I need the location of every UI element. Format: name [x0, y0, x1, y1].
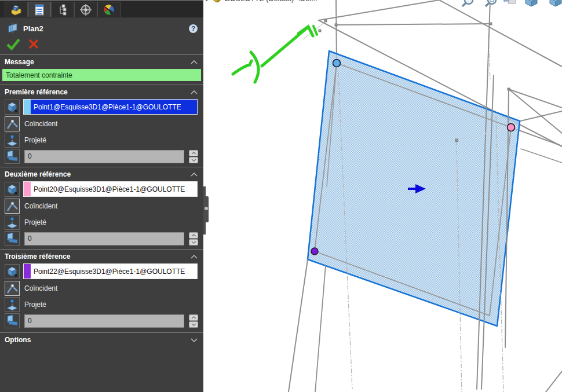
first-angle-input[interactable]: 0 [24, 150, 184, 163]
spinner-down-button[interactable] [189, 239, 198, 246]
third-angle-row: 0 [0, 313, 203, 329]
section-view-icon[interactable] [523, 0, 539, 10]
dimxpertmanager-tab-icon [79, 3, 92, 16]
flyout-tree-label: GOULOTTE (Default) <Def... [224, 0, 318, 3]
annotation-arc [251, 52, 258, 82]
splitter-dot [205, 207, 208, 210]
chevron-up-icon [191, 234, 196, 237]
solidworks-window: Plan2 ? Message Totalement contrainte Pr… [0, 0, 562, 392]
graphics-viewport[interactable]: GOULOTTE (Default) <Def... [203, 0, 562, 392]
face-select-icon [5, 100, 20, 115]
second-angle-input[interactable]: 0 [24, 232, 184, 246]
projected-button[interactable] [5, 215, 20, 230]
tab-configurationmanager[interactable] [51, 2, 74, 17]
tab-featuremanager[interactable] [5, 2, 28, 17]
reference-point-pink[interactable] [508, 124, 515, 131]
second-reference-selection[interactable]: Point20@Esquisse3D1@Pièce1-1@GOULOTTE [31, 182, 197, 196]
assembly-icon [213, 0, 221, 3]
section-header-first-reference[interactable]: Première référence [0, 85, 203, 98]
projected-label: Projeté [24, 136, 46, 144]
section-header-options[interactable]: Options [0, 333, 203, 346]
face-select-icon [5, 264, 20, 279]
cancel-button[interactable] [28, 38, 39, 50]
coincident-button[interactable] [5, 199, 20, 214]
projected-point-icon [5, 133, 19, 147]
spinner-down-button[interactable] [189, 321, 198, 328]
coincident-label: Coïncident [24, 202, 57, 210]
angle-plane-icon [5, 231, 20, 246]
second-reference-color-stripe [24, 182, 31, 196]
reference-point-purple[interactable] [311, 248, 318, 255]
first-reference-selection[interactable]: Point1@Esquisse3D1@Pièce1-1@GOULOTTE [31, 100, 197, 114]
coincident-button[interactable] [5, 116, 20, 131]
spinner-up-button[interactable] [189, 232, 198, 239]
spinner-up-button[interactable] [189, 150, 198, 156]
flyout-tree-item[interactable]: GOULOTTE (Default) <Def... [205, 0, 318, 3]
green-annotation [233, 26, 317, 82]
projected-point-icon [5, 298, 19, 312]
face-select-icon [5, 182, 20, 197]
panel-splitter-handle[interactable] [203, 196, 209, 222]
tab-dimxpertmanager[interactable] [74, 2, 97, 17]
page-title: Plan2 [23, 24, 184, 33]
view-orientation-icon[interactable] [549, 0, 562, 10]
chevron-up-icon [191, 173, 198, 177]
feature-title-row: Plan2 ? [0, 17, 203, 36]
spinner-up-button[interactable] [189, 314, 198, 321]
second-projected-row: Projeté [0, 214, 203, 230]
coincident-label: Coïncident [24, 120, 57, 128]
second-reference-row: Point20@Esquisse3D1@Pièce1-1@GOULOTTE [0, 180, 203, 198]
manager-tabbar [0, 0, 203, 17]
coincident-label: Coïncident [24, 284, 57, 292]
help-icon[interactable]: ? [189, 24, 198, 33]
angle-plane-icon [5, 149, 20, 164]
projected-label: Projeté [24, 218, 46, 226]
chevron-down-icon [191, 338, 198, 342]
zoom-to-area-icon[interactable] [484, 0, 499, 10]
first-coincident-row: Coïncident [0, 116, 203, 132]
chevron-up-icon [191, 316, 196, 319]
chevron-down-icon [191, 323, 196, 326]
chevron-up-icon [191, 60, 198, 64]
chevron-up-icon [191, 255, 198, 259]
featuremanager-tab-icon [10, 3, 23, 16]
third-reference-selection[interactable]: Point22@Esquisse3D1@Pièce1-1@GOULOTTE [31, 264, 197, 279]
sketch-point-marker[interactable] [455, 139, 458, 142]
section-header-message[interactable]: Message [0, 55, 203, 68]
first-angle-row: 0 [0, 148, 203, 164]
third-projected-row: Projeté [0, 296, 203, 313]
displaymanager-tab-icon [103, 3, 115, 16]
previous-view-icon[interactable] [503, 0, 519, 10]
first-reference-row: Point1@Esquisse3D1@Pièce1-1@GOULOTTE [0, 98, 203, 116]
splitter-edge [203, 222, 206, 235]
second-angle-spinner [189, 232, 198, 246]
model-scene [203, 0, 562, 392]
first-projected-row: Projeté [0, 132, 203, 148]
chevron-up-icon [191, 90, 198, 94]
coincident-button[interactable] [5, 281, 20, 296]
second-coincident-row: Coïncident [0, 198, 203, 214]
reference-point-blue[interactable] [333, 60, 341, 67]
section-header-third-reference[interactable]: Troisième référence [0, 250, 203, 262]
chevron-up-icon [191, 152, 196, 155]
tab-propertymanager[interactable] [28, 2, 51, 17]
spinner-down-button[interactable] [189, 157, 198, 163]
property-manager-panel: Plan2 ? Message Totalement contrainte Pr… [0, 0, 203, 392]
tree-expand-icon[interactable] [205, 0, 210, 2]
second-reference-selection-box[interactable]: Point20@Esquisse3D1@Pièce1-1@GOULOTTE [23, 181, 198, 197]
annotation-hook [233, 61, 251, 74]
first-reference-selection-box[interactable]: Point1@Esquisse3D1@Pièce1-1@GOULOTTE [23, 99, 198, 115]
third-angle-input[interactable]: 0 [24, 314, 184, 328]
status-message: Totalement contrainte [2, 69, 201, 81]
projected-point-icon [5, 215, 19, 229]
projected-button[interactable] [5, 297, 20, 312]
zoom-to-fit-icon[interactable] [461, 0, 476, 10]
angle-plane-icon [5, 313, 20, 328]
section-header-second-reference[interactable]: Deuxième référence [0, 167, 203, 180]
third-reference-selection-box[interactable]: Point22@Esquisse3D1@Pièce1-1@GOULOTTE [23, 263, 198, 279]
tab-displaymanager[interactable] [97, 2, 121, 17]
projected-label: Projeté [24, 301, 46, 309]
projected-button[interactable] [5, 133, 20, 148]
splitter-edge [203, 186, 206, 196]
ok-button[interactable] [6, 38, 21, 50]
